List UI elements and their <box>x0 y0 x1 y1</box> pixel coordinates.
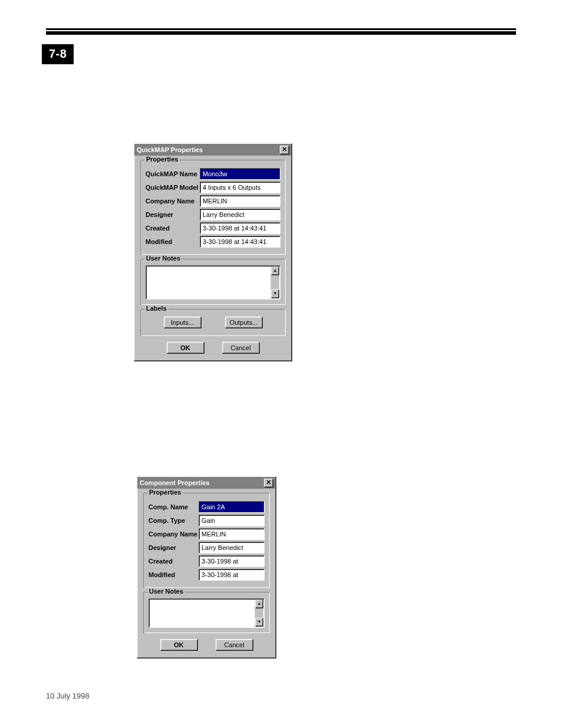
properties-legend: Properties <box>147 489 183 496</box>
user-notes-legend: User Notes <box>147 588 185 595</box>
dialog-titlebar: QuickMAP Properties <box>134 144 292 156</box>
scroll-up-icon[interactable]: ▴ <box>255 599 263 608</box>
company-name-label: Company Name <box>146 197 200 205</box>
modified-input[interactable]: 3-30-1998 at 14:43:41 <box>199 569 265 581</box>
scroll-up-icon[interactable]: ▴ <box>271 266 279 275</box>
close-button[interactable] <box>280 146 289 154</box>
user-notes-group: User Notes ▴ ▾ <box>143 592 270 633</box>
quickmap-name-label: QuickMAP Name <box>146 170 200 177</box>
comp-name-input[interactable]: Gain 2A <box>199 501 265 513</box>
comp-name-label: Comp. Name <box>148 503 199 510</box>
quickmap-properties-dialog: QuickMAP Properties Properties QuickMAP … <box>134 143 292 361</box>
scrollbar[interactable]: ▴ ▾ <box>270 266 279 298</box>
labels-legend: Labels <box>144 305 168 312</box>
modified-input[interactable]: 3-30-1998 at 14:43:41 <box>200 236 280 248</box>
header-rule-heavy <box>46 31 516 35</box>
scrollbar[interactable]: ▴ ▾ <box>254 599 263 627</box>
comp-type-input[interactable]: Gain <box>199 515 265 526</box>
company-name-label: Company Name <box>148 531 199 538</box>
inputs-button[interactable]: Inputs... <box>164 317 201 328</box>
scroll-down-icon[interactable]: ▾ <box>271 289 279 298</box>
designer-label: Designer <box>148 544 199 551</box>
user-notes-textarea[interactable]: ▴ ▾ <box>146 265 280 299</box>
comp-type-label: Comp. Type <box>148 517 199 524</box>
created-input[interactable]: 3-30-1998 at 14:43:41 <box>200 222 280 234</box>
quickmap-model-label: QuickMAP Model <box>146 184 200 191</box>
ok-button[interactable]: OK <box>160 639 198 651</box>
footer-date: 10 July 1998 <box>46 691 90 700</box>
page-number-badge: 7-8 <box>42 44 74 64</box>
created-label: Created <box>148 558 199 565</box>
designer-input[interactable]: Larry Benedict <box>199 542 265 554</box>
close-icon <box>282 147 287 151</box>
ok-button[interactable]: OK <box>167 342 204 354</box>
company-name-input[interactable]: MERLIN <box>199 528 265 540</box>
scroll-down-icon[interactable]: ▾ <box>255 618 263 627</box>
created-input[interactable]: 3-30-1998 at 14:43:41 <box>199 555 265 567</box>
properties-group: Properties QuickMAP Name Mono3w QuickMAP… <box>140 160 286 255</box>
designer-input[interactable]: Larry Benedict <box>200 209 280 220</box>
outputs-button[interactable]: Outputs... <box>225 317 263 328</box>
user-notes-legend: User Notes <box>144 255 182 262</box>
modified-label: Modified <box>146 238 200 245</box>
cancel-button[interactable]: Cancel <box>216 639 253 651</box>
dialog-titlebar: Component Properties <box>137 477 276 489</box>
user-notes-textarea[interactable]: ▴ ▾ <box>148 598 265 628</box>
modified-label: Modified <box>148 571 199 578</box>
dialog-title: QuickMAP Properties <box>137 146 203 153</box>
component-properties-dialog: Component Properties Properties Comp. Na… <box>137 476 276 658</box>
created-label: Created <box>146 225 200 232</box>
designer-label: Designer <box>146 211 200 218</box>
labels-group: Labels Inputs... Outputs... <box>140 309 286 336</box>
user-notes-group: User Notes ▴ ▾ <box>140 259 286 305</box>
close-icon <box>266 480 271 485</box>
header-rule-thick <box>46 28 516 30</box>
dialog-title: Component Properties <box>140 479 210 486</box>
properties-group: Properties Comp. Name Gain 2A Comp. Type… <box>143 493 270 588</box>
cancel-button[interactable]: Cancel <box>222 342 260 354</box>
quickmap-name-input[interactable]: Mono3w <box>200 168 280 180</box>
company-name-input[interactable]: MERLIN <box>200 195 280 207</box>
properties-legend: Properties <box>144 156 180 163</box>
close-button[interactable] <box>264 479 273 487</box>
quickmap-model-input[interactable]: 4 Inputs x 6 Outputs <box>200 182 280 193</box>
